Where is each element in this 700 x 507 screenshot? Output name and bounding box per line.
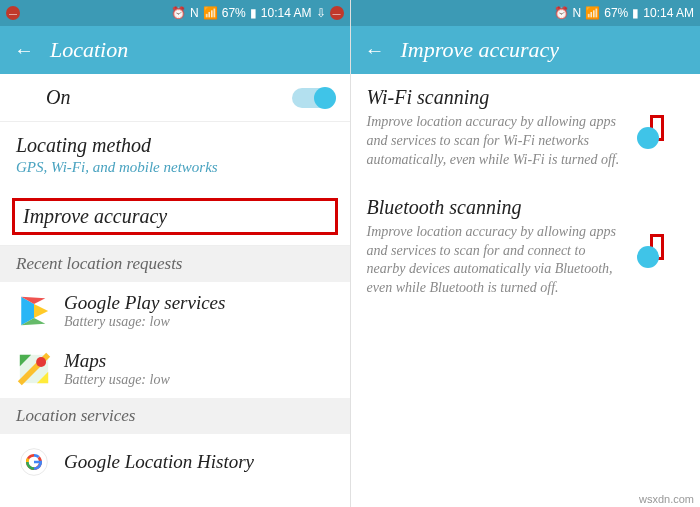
maps-sub: Battery usage: low (64, 372, 170, 388)
highlight-box: Improve accuracy (12, 198, 338, 235)
google-icon (16, 444, 52, 480)
locating-method-subtitle: GPS, Wi-Fi, and mobile networks (16, 159, 218, 176)
play-services-icon (16, 293, 52, 329)
location-master-toggle-row[interactable]: On (0, 74, 350, 122)
bluetooth-scanning-title: Bluetooth scanning (367, 196, 621, 219)
recent-location-header: Recent location requests (0, 246, 350, 282)
status-bar: ⏰ N 📶 67% ▮ 10:14 AM (351, 0, 701, 26)
battery-text: 67% (222, 6, 246, 20)
app-bar: ← Location (0, 26, 350, 74)
nfc-icon: N (573, 6, 582, 20)
locating-method-title: Locating method (16, 134, 151, 157)
app-badge-icon: — (6, 6, 20, 20)
on-label: On (16, 86, 70, 109)
app-bar: ← Improve accuracy (351, 26, 701, 74)
locating-method-row[interactable]: Locating method GPS, Wi-Fi, and mobile n… (0, 122, 350, 188)
battery-text: 67% (604, 6, 628, 20)
maps-title: Maps (64, 350, 170, 372)
back-icon[interactable]: ← (14, 39, 34, 62)
improve-accuracy-row[interactable]: Improve accuracy (0, 188, 350, 246)
svg-marker-2 (34, 304, 48, 318)
location-history-title: Google Location History (64, 451, 254, 473)
app-badge-icon: — (330, 6, 344, 20)
bluetooth-scanning-row[interactable]: Bluetooth scanning Improve location accu… (351, 184, 701, 313)
back-icon[interactable]: ← (365, 39, 385, 62)
battery-icon: ▮ (632, 6, 639, 20)
status-bar: — ⏰ N 📶 67% ▮ 10:14 AM ⇩ — (0, 0, 350, 26)
bluetooth-scanning-desc: Improve location accuracy by allowing ap… (367, 223, 621, 299)
clock: 10:14 AM (261, 6, 312, 20)
page-title: Location (50, 37, 128, 63)
page-title: Improve accuracy (401, 37, 560, 63)
location-toggle[interactable] (292, 88, 334, 108)
battery-icon: ▮ (250, 6, 257, 20)
location-history-row[interactable]: Google Location History (0, 434, 350, 490)
wifi-scanning-title: Wi-Fi scanning (367, 86, 621, 109)
location-screen: — ⏰ N 📶 67% ▮ 10:14 AM ⇩ — ← Location On… (0, 0, 351, 507)
signal-icon: 📶 (203, 6, 218, 20)
svg-point-7 (36, 357, 46, 367)
highlight-box (650, 115, 664, 141)
wifi-scanning-row[interactable]: Wi-Fi scanning Improve location accuracy… (351, 74, 701, 184)
dropbox-icon: ⇩ (316, 6, 326, 20)
play-services-row[interactable]: Google Play services Battery usage: low (0, 282, 350, 340)
nfc-icon: N (190, 6, 199, 20)
location-services-header: Location services (0, 398, 350, 434)
play-services-title: Google Play services (64, 292, 225, 314)
alarm-icon: ⏰ (554, 6, 569, 20)
maps-icon (16, 351, 52, 387)
signal-icon: 📶 (585, 6, 600, 20)
wifi-scanning-desc: Improve location accuracy by allowing ap… (367, 113, 621, 170)
highlight-box (650, 234, 664, 260)
play-services-sub: Battery usage: low (64, 314, 225, 330)
clock: 10:14 AM (643, 6, 694, 20)
maps-row[interactable]: Maps Battery usage: low (0, 340, 350, 398)
improve-accuracy-screen: ⏰ N 📶 67% ▮ 10:14 AM ← Improve accuracy … (351, 0, 701, 507)
watermark: wsxdn.com (639, 493, 694, 505)
alarm-icon: ⏰ (171, 6, 186, 20)
improve-accuracy-label: Improve accuracy (23, 205, 167, 227)
